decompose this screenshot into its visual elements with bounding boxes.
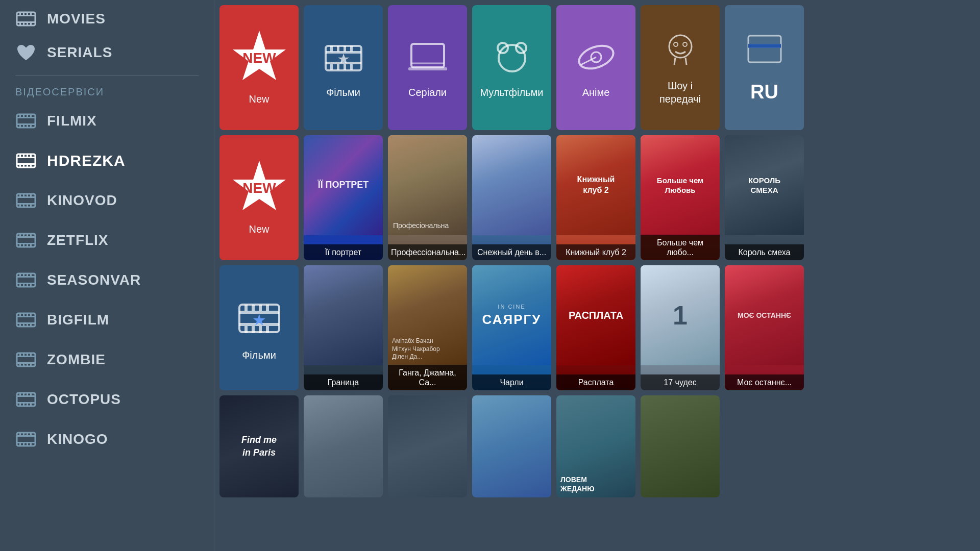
svg-rect-103 xyxy=(23,433,24,436)
svg-rect-106 xyxy=(19,443,21,446)
svg-rect-96 xyxy=(23,403,24,406)
tile-row4f[interactable] xyxy=(641,395,720,497)
svg-rect-65 xyxy=(30,284,32,287)
tile-charlie[interactable]: IN CINE САЯРГУ Чарли xyxy=(472,265,551,390)
svg-rect-125 xyxy=(408,67,447,70)
film-star-icon xyxy=(323,37,364,78)
film-icon xyxy=(15,190,37,211)
tile-row4c[interactable] xyxy=(388,395,467,497)
new-tile-2-label: New xyxy=(247,219,271,237)
cartoons-icon xyxy=(492,37,532,78)
film-icon xyxy=(15,8,37,30)
svg-rect-52 xyxy=(23,244,24,247)
svg-rect-74 xyxy=(23,323,24,327)
tile-granitsa[interactable]: Граница xyxy=(304,265,383,390)
svg-rect-119 xyxy=(330,64,333,70)
svg-rect-80 xyxy=(19,353,21,356)
tile-multyfilmy[interactable]: Мультфільми xyxy=(472,5,551,130)
tile-ganga[interactable]: Амітабх БачанМітхун ЧакраборДілен Да... … xyxy=(388,265,467,390)
sidebar-item-movies[interactable]: MOVIES xyxy=(0,5,214,33)
tile-rasplata[interactable]: РАСПЛАТА Расплата xyxy=(556,265,635,390)
sidebar-item-label: OCTOPUS xyxy=(47,391,121,408)
svg-rect-9 xyxy=(27,22,28,26)
poster-title-overlay: Больше чем любо... xyxy=(641,235,720,260)
sidebar-item-zetflix[interactable]: ZETFLIX xyxy=(0,220,214,260)
seriali-label: Серіали xyxy=(404,86,451,99)
poster-title: Больше чем любо... xyxy=(644,238,717,257)
svg-rect-6 xyxy=(30,12,32,15)
sidebar-item-kinovod[interactable]: KINOVOD xyxy=(0,181,214,220)
tile-new-2[interactable]: NEW New xyxy=(219,135,299,260)
tile-ru[interactable]: RU xyxy=(725,5,804,130)
svg-rect-58 xyxy=(19,273,21,277)
poster-title-overlay: Профессіональна... xyxy=(388,244,467,260)
svg-rect-5 xyxy=(27,12,28,15)
tile-filmy[interactable]: Фільми xyxy=(304,5,383,130)
tile-professional[interactable]: Професіональна Профессіональна... xyxy=(388,135,467,260)
poster-title-overlay: Книжный клуб 2 xyxy=(556,244,635,260)
sidebar-item-zombie[interactable]: ZOMBIE xyxy=(0,340,214,380)
svg-rect-86 xyxy=(27,363,28,366)
tile-shou[interactable]: Шоу і передачі xyxy=(641,5,720,130)
poster-title-overlay: Ганга, Джамна, Са... xyxy=(388,365,467,390)
tile-row4b[interactable] xyxy=(304,395,383,497)
svg-rect-28 xyxy=(30,154,32,157)
tile-snow-day[interactable]: Снежный день в... xyxy=(472,135,551,260)
svg-rect-21 xyxy=(30,124,32,128)
svg-line-136 xyxy=(674,58,675,65)
svg-rect-53 xyxy=(27,244,28,247)
svg-rect-16 xyxy=(27,114,28,117)
film-icon xyxy=(15,389,37,410)
svg-rect-87 xyxy=(30,363,32,366)
new-badge-icon-2: NEW xyxy=(229,158,290,219)
svg-rect-109 xyxy=(30,443,32,446)
sidebar-item-filmix[interactable]: FILMIX xyxy=(0,101,214,141)
tile-moe-poslidn[interactable]: МОЄ ОСТАННЄ Моє останнє... xyxy=(725,265,804,390)
film-icon xyxy=(15,150,37,171)
svg-rect-59 xyxy=(23,273,24,277)
svg-rect-91 xyxy=(19,393,21,396)
tile-ee-portret[interactable]: ЇЇ ПОРТРЕТ Її портрет xyxy=(304,135,383,260)
sidebar-item-bigfilm[interactable]: BIGFILM xyxy=(0,300,214,340)
tile-book-club[interactable]: Книжныйклуб 2 Книжный клуб 2 xyxy=(556,135,635,260)
poster-title: Снежный день в... xyxy=(475,247,548,257)
sidebar-item-octopus[interactable]: OCTOPUS xyxy=(0,380,214,419)
svg-rect-40 xyxy=(19,204,21,207)
tile-anime[interactable]: Аніме xyxy=(556,5,635,130)
svg-rect-81 xyxy=(23,353,24,356)
svg-rect-145 xyxy=(239,323,279,326)
tile-korol[interactable]: КОРОЛЬСМЕХА Король смеха xyxy=(725,135,804,260)
svg-rect-149 xyxy=(266,305,269,311)
svg-point-135 xyxy=(683,42,687,46)
sidebar-item-label: ZOMBIE xyxy=(47,352,106,368)
svg-rect-32 xyxy=(30,164,32,167)
tile-17chudes[interactable]: 1 17 чудес xyxy=(641,265,720,390)
svg-rect-122 xyxy=(350,64,353,70)
sidebar-item-kinogo[interactable]: KINOGO xyxy=(0,419,214,459)
sidebar-item-seasonvar[interactable]: SEASONVAR xyxy=(0,260,214,300)
svg-rect-104 xyxy=(27,433,28,436)
tile-new-1[interactable]: NEW New xyxy=(219,5,299,130)
sidebar-item-hdrezka[interactable]: HDREZKA xyxy=(0,141,214,181)
tile-row4e[interactable]: ЛОВЕМЖЕДАНЮ xyxy=(556,395,635,497)
poster-title-overlay: Чарли xyxy=(472,374,551,390)
sidebar-item-serials[interactable]: SERIALS xyxy=(0,33,214,72)
poster-title: Книжный клуб 2 xyxy=(559,247,632,257)
svg-rect-150 xyxy=(244,326,248,333)
tile-seriali[interactable]: Серіали xyxy=(388,5,467,130)
svg-rect-63 xyxy=(23,284,24,287)
svg-text:NEW: NEW xyxy=(242,180,276,196)
film-icon xyxy=(15,309,37,331)
poster-title-overlay: Моє останнє... xyxy=(725,374,804,390)
sidebar-item-label: HDREZKA xyxy=(47,152,126,169)
main-content: NEW New Фільми xyxy=(214,0,980,551)
tile-bolshe[interactable]: Больше чемЛюбовь Больше чем любо... xyxy=(641,135,720,260)
svg-rect-36 xyxy=(19,194,21,197)
sidebar-divider xyxy=(15,76,199,76)
svg-rect-30 xyxy=(23,164,24,167)
svg-rect-62 xyxy=(19,284,21,287)
tile-find-me[interactable]: Find mein Paris xyxy=(219,395,299,497)
tile-row4d[interactable] xyxy=(472,395,551,497)
movies-row-2: Фільми Граница Амітабх БачанМітхун Чакра… xyxy=(219,265,975,390)
tile-filmy-2[interactable]: Фільми xyxy=(219,265,299,390)
